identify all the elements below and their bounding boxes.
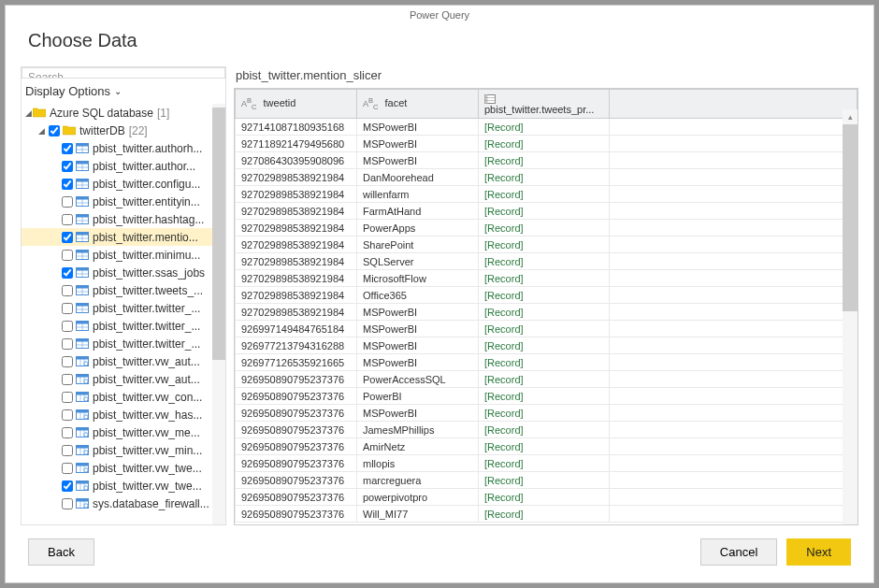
cell-record[interactable]: [Record] <box>479 337 610 354</box>
cell-record[interactable]: [Record] <box>479 371 610 388</box>
column-header-1[interactable]: ABC facet <box>357 90 479 119</box>
tree-item-14[interactable]: pbist_twitter.vw_con... <box>22 388 225 406</box>
cell-record[interactable]: [Record] <box>479 270 610 287</box>
cell-record[interactable]: [Record] <box>479 119 610 136</box>
tree-checkbox[interactable] <box>62 480 73 492</box>
tree-item-3[interactable]: pbist_twitter.entityin... <box>22 193 225 210</box>
table-row[interactable]: 927029898538921984SharePoint[Record] <box>236 237 857 253</box>
cell-record[interactable]: [Record] <box>479 253 610 270</box>
tree-checkbox[interactable] <box>62 285 73 296</box>
table-row[interactable]: 926977126535921665MSPowerBI[Record] <box>236 354 857 371</box>
tree-item-20[interactable]: sys.database_firewall... <box>22 495 225 512</box>
tree-item-1[interactable]: pbist_twitter.author... <box>22 157 225 175</box>
tree-item-4[interactable]: pbist_twitter.hashtag... <box>22 210 225 228</box>
tree-checkbox[interactable] <box>49 125 60 136</box>
table-row[interactable]: 926950890795237376Will_MI77[Record] <box>236 506 857 523</box>
column-header-0[interactable]: ABC tweetid <box>236 90 357 119</box>
tree-checkbox[interactable] <box>62 321 73 332</box>
column-header-2[interactable]: pbist_twitter.tweets_pr... <box>479 90 610 119</box>
tree-checkbox[interactable] <box>62 179 73 190</box>
tree-item-2[interactable]: pbist_twitter.configu... <box>22 175 225 193</box>
tree-checkbox[interactable] <box>62 214 73 225</box>
tree-root[interactable]: ◢Azure SQL database[1] <box>22 104 225 122</box>
tree-checkbox[interactable] <box>62 303 73 314</box>
tree-checkbox[interactable] <box>62 161 73 172</box>
cell-record[interactable]: [Record] <box>479 455 610 472</box>
table-row[interactable]: 926950890795237376PowerBI[Record] <box>236 388 857 405</box>
tree-item-10[interactable]: pbist_twitter.twitter_... <box>22 317 225 335</box>
tree-item-6[interactable]: pbist_twitter.minimu... <box>22 246 225 264</box>
table-row[interactable]: 926950890795237376MSPowerBI[Record] <box>236 405 857 422</box>
cell-record[interactable]: [Record] <box>479 321 610 337</box>
table-row[interactable]: 927029898538921984PowerApps[Record] <box>236 220 857 237</box>
table-row[interactable]: 926997149484765184MSPowerBI[Record] <box>236 321 857 337</box>
tree-item-7[interactable]: pbist_twitter.ssas_jobs <box>22 264 225 281</box>
table-row[interactable]: 926950890795237376marcreguera[Record] <box>236 472 857 489</box>
cell-record[interactable]: [Record] <box>479 287 610 304</box>
table-row[interactable]: 927029898538921984willenfarm[Record] <box>236 186 857 203</box>
grid-scrollbar[interactable]: ▴ <box>843 109 857 524</box>
cell-record[interactable]: [Record] <box>479 405 610 422</box>
cell-record[interactable]: [Record] <box>479 203 610 220</box>
table-row[interactable]: 926950890795237376AmirNetz[Record] <box>236 438 857 455</box>
table-row[interactable]: 927029898538921984MicrosoftFlow[Record] <box>236 270 857 287</box>
display-options-dropdown[interactable]: Display Options ⌄ <box>22 79 225 104</box>
cell-record[interactable]: [Record] <box>479 152 610 169</box>
tree-item-17[interactable]: pbist_twitter.vw_min... <box>22 441 225 459</box>
table-row[interactable]: 927086430395908096MSPowerBI[Record] <box>236 152 857 169</box>
cell-record[interactable]: [Record] <box>479 388 610 405</box>
object-tree[interactable]: ◢Azure SQL database[1]◢twitterDB[22]pbis… <box>22 104 225 524</box>
table-row[interactable]: 926950890795237376mllopis[Record] <box>236 455 857 472</box>
cell-record[interactable]: [Record] <box>479 237 610 253</box>
cell-record[interactable]: [Record] <box>479 438 610 455</box>
tree-checkbox[interactable] <box>62 196 73 208</box>
tree-item-5[interactable]: pbist_twitter.mentio... <box>22 228 225 246</box>
tree-checkbox[interactable] <box>62 232 73 243</box>
table-row[interactable]: 926950890795237376powerpivotpro[Record] <box>236 489 857 506</box>
scroll-up-icon[interactable]: ▴ <box>843 109 857 124</box>
table-row[interactable]: 927118921479495680MSPowerBI[Record] <box>236 136 857 152</box>
tree-checkbox[interactable] <box>62 250 73 261</box>
cell-record[interactable]: [Record] <box>479 489 610 506</box>
tree-item-12[interactable]: pbist_twitter.vw_aut... <box>22 352 225 370</box>
cell-record[interactable]: [Record] <box>479 136 610 152</box>
tree-database[interactable]: ◢twitterDB[22] <box>22 122 225 139</box>
search-input[interactable]: Search <box>22 67 225 79</box>
tree-checkbox[interactable] <box>62 356 73 367</box>
tree-item-8[interactable]: pbist_twitter.tweets_... <box>22 281 225 299</box>
table-row[interactable]: 927029898538921984Office365[Record] <box>236 287 857 304</box>
cell-record[interactable]: [Record] <box>479 220 610 237</box>
tree-item-11[interactable]: pbist_twitter.twitter_... <box>22 335 225 352</box>
tree-scrollbar[interactable] <box>212 104 225 524</box>
cell-record[interactable]: [Record] <box>479 506 610 523</box>
tree-checkbox[interactable] <box>62 409 73 421</box>
data-grid[interactable]: ABC tweetidABC facet pbist_twitter.tweet… <box>234 88 858 525</box>
tree-checkbox[interactable] <box>62 427 73 438</box>
tree-checkbox[interactable] <box>62 392 73 403</box>
tree-item-0[interactable]: pbist_twitter.authorh... <box>22 139 225 157</box>
tree-checkbox[interactable] <box>62 267 73 279</box>
table-row[interactable]: 927029898538921984SQLServer[Record] <box>236 253 857 270</box>
next-button[interactable]: Next <box>786 538 851 566</box>
table-row[interactable]: 926977213794316288MSPowerBI[Record] <box>236 337 857 354</box>
tree-item-19[interactable]: pbist_twitter.vw_twe... <box>22 477 225 495</box>
cell-record[interactable]: [Record] <box>479 304 610 321</box>
table-row[interactable]: 927141087180935168MSPowerBI[Record] <box>236 119 857 136</box>
table-row[interactable]: 927029898538921984DanMoorehead[Record] <box>236 169 857 186</box>
table-row[interactable]: 927029898538921984FarmAtHand[Record] <box>236 203 857 220</box>
tree-item-18[interactable]: pbist_twitter.vw_twe... <box>22 459 225 477</box>
tree-checkbox[interactable] <box>62 498 73 509</box>
tree-checkbox[interactable] <box>62 338 73 350</box>
tree-item-15[interactable]: pbist_twitter.vw_has... <box>22 406 225 423</box>
table-row[interactable]: 926950890795237376PowerAccessSQL[Record] <box>236 371 857 388</box>
tree-checkbox[interactable] <box>62 143 73 154</box>
tree-item-9[interactable]: pbist_twitter.twitter_... <box>22 299 225 317</box>
table-row[interactable]: 927029898538921984MSPowerBI[Record] <box>236 304 857 321</box>
cell-record[interactable]: [Record] <box>479 186 610 203</box>
cell-record[interactable]: [Record] <box>479 472 610 489</box>
table-row[interactable]: 926950890795237376JamesMPhillips[Record] <box>236 422 857 438</box>
cell-record[interactable]: [Record] <box>479 354 610 371</box>
cell-record[interactable]: [Record] <box>479 422 610 438</box>
tree-item-13[interactable]: pbist_twitter.vw_aut... <box>22 370 225 388</box>
tree-checkbox[interactable] <box>62 374 73 385</box>
